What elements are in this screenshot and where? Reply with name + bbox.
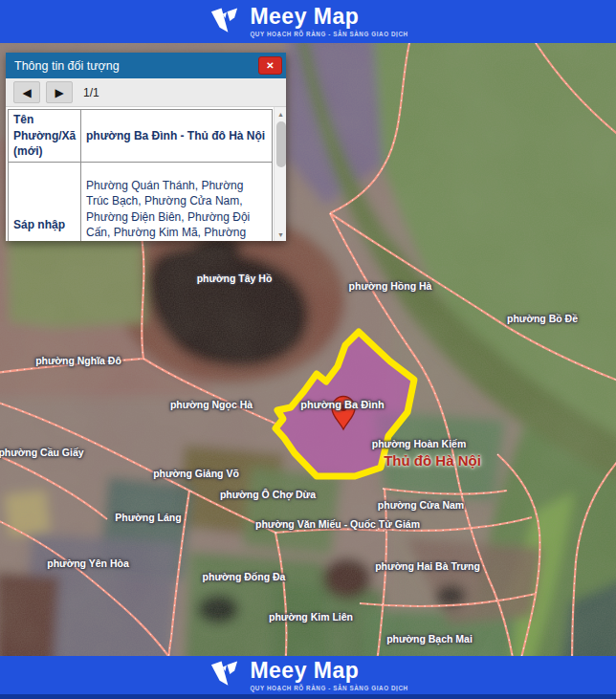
- popup-scrollbar[interactable]: ▲ ▼: [274, 107, 286, 241]
- chevron-left-icon: ◀: [22, 86, 31, 99]
- meey-map-logo-icon: [208, 659, 241, 691]
- row-value: Phường Quán Thánh, Phường Trúc Bạch, Phư…: [81, 162, 273, 241]
- close-button[interactable]: ✕: [258, 56, 282, 75]
- object-info-table: Tên Phường/Xã (mới) phường Ba Đình - Thủ…: [8, 109, 273, 241]
- close-icon: ✕: [266, 61, 274, 71]
- page-indicator: 1/1: [83, 86, 99, 99]
- app-header: Meey Map QUY HOẠCH RÕ RÀNG - SẴN SÀNG GI…: [0, 0, 616, 43]
- app-footer: Meey Map QUY HOẠCH RÕ RÀNG - SẴN SÀNG GI…: [0, 656, 616, 699]
- brand-tagline: QUY HOẠCH RÕ RÀNG - SẴN SÀNG GIAO DỊCH: [250, 685, 407, 691]
- prev-page-button[interactable]: ◀: [13, 81, 40, 103]
- table-row: Tên Phường/Xã (mới) phường Ba Đình - Thủ…: [9, 110, 273, 163]
- popup-pager-bar: ◀ ▶ 1/1: [6, 78, 286, 107]
- meey-map-logo-icon: [208, 6, 241, 38]
- brand: Meey Map QUY HOẠCH RÕ RÀNG - SẴN SÀNG GI…: [208, 6, 407, 38]
- popup-body: Tên Phường/Xã (mới) phường Ba Đình - Thủ…: [6, 107, 286, 241]
- brand-name: Meey Map: [250, 660, 407, 682]
- scrollbar-thumb[interactable]: [276, 121, 286, 167]
- scroll-down-button[interactable]: ▼: [275, 228, 286, 241]
- brand-tagline: QUY HOẠCH RÕ RÀNG - SẴN SÀNG GIAO DỊCH: [250, 31, 407, 37]
- row-value: phường Ba Đình - Thủ đô Hà Nội: [81, 110, 273, 163]
- row-label: Tên Phường/Xã (mới): [9, 110, 81, 163]
- info-popup: Thông tin đối tượng ✕ ◀ ▶ 1/1 Tên Phường…: [6, 53, 286, 241]
- next-page-button[interactable]: ▶: [46, 81, 73, 103]
- brand: Meey Map QUY HOẠCH RÕ RÀNG - SẴN SÀNG GI…: [208, 659, 407, 691]
- chevron-right-icon: ▶: [55, 86, 63, 99]
- popup-title: Thông tin đối tượng: [14, 59, 258, 73]
- row-label: Sáp nhập: [9, 162, 81, 241]
- meey-map-app: Meey Map QUY HOẠCH RÕ RÀNG - SẴN SÀNG GI…: [0, 0, 616, 699]
- brand-name: Meey Map: [250, 6, 407, 28]
- scroll-up-button[interactable]: ▲: [275, 107, 286, 120]
- popup-title-bar[interactable]: Thông tin đối tượng ✕: [6, 53, 286, 78]
- table-row: Sáp nhập Phường Quán Thánh, Phường Trúc …: [9, 162, 273, 241]
